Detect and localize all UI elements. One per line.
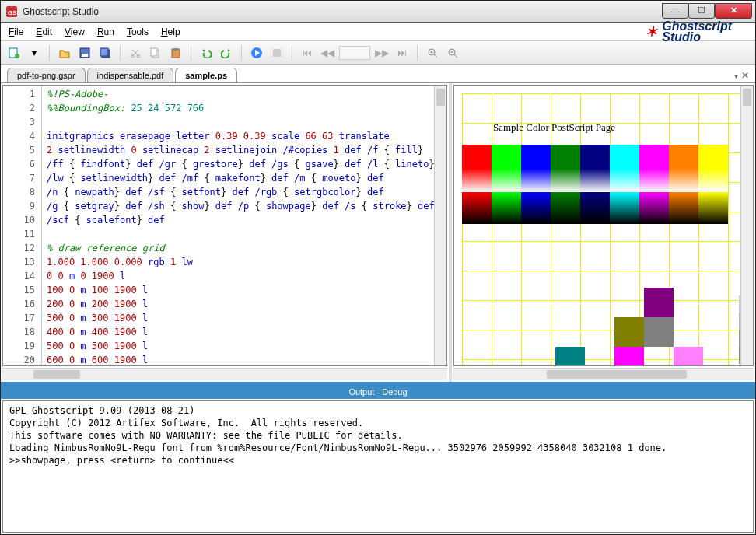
preview-hscroll[interactable] xyxy=(453,368,754,380)
maximize-button[interactable]: ☐ xyxy=(688,3,715,19)
menu-file[interactable]: File xyxy=(9,26,23,37)
output-header[interactable]: Output - Debug xyxy=(1,385,755,399)
zoom-out-button[interactable] xyxy=(444,44,461,61)
redo-button[interactable] xyxy=(218,44,235,61)
svg-rect-7 xyxy=(100,48,108,56)
first-button[interactable]: ⏮ xyxy=(299,44,316,61)
window-title: Ghostscript Studio xyxy=(23,6,662,17)
editor-hscroll[interactable] xyxy=(2,368,447,380)
output-console[interactable]: GPL Ghostscript 9.09 (2013-08-21) Copyri… xyxy=(2,400,754,533)
svg-line-17 xyxy=(434,54,437,58)
menubar: File Edit View Run Tools Help ✶ Ghostscr… xyxy=(1,23,755,41)
prev-button[interactable]: ◀◀ xyxy=(319,44,336,61)
reference-grid xyxy=(462,93,754,366)
close-tab-button[interactable]: ✕ xyxy=(741,70,749,81)
app-window: GS Ghostscript Studio — ☐ ✕ File Edit Vi… xyxy=(0,0,756,535)
open-button[interactable] xyxy=(56,44,73,61)
tab-indispensable[interactable]: indispensable.pdf xyxy=(87,68,174,82)
save-button[interactable] xyxy=(76,44,93,61)
svg-rect-15 xyxy=(273,49,281,57)
save-all-button[interactable] xyxy=(96,44,114,61)
preview-vscroll[interactable] xyxy=(740,86,753,365)
menu-view[interactable]: View xyxy=(65,26,85,37)
brand-mark-icon: ✶ xyxy=(646,23,657,40)
svg-point-3 xyxy=(15,54,19,58)
tab-list-dropdown[interactable]: ▾ xyxy=(734,72,738,80)
svg-rect-5 xyxy=(82,54,88,57)
tab-sample[interactable]: sample.ps xyxy=(175,68,237,82)
close-button[interactable]: ✕ xyxy=(715,3,752,19)
page-input[interactable] xyxy=(339,46,370,60)
code-editor-pane: 1234567891011121314151617181920 %!PS-Ado… xyxy=(1,83,452,382)
brand-logo: ✶ GhostscriptStudio xyxy=(646,21,747,43)
menu-tools[interactable]: Tools xyxy=(127,26,149,37)
run-button[interactable] xyxy=(248,44,265,61)
paste-button[interactable] xyxy=(167,44,184,61)
copy-button[interactable] xyxy=(147,44,164,61)
preview-title: Sample Color PostScript Page xyxy=(493,121,615,134)
code-source[interactable]: %!PS-Adobe- %%BoundingBox: 25 24 572 766… xyxy=(42,86,434,365)
cut-button[interactable] xyxy=(127,44,144,61)
titlebar[interactable]: GS Ghostscript Studio — ☐ ✕ xyxy=(1,1,755,23)
last-button[interactable]: ⏭ xyxy=(394,44,411,61)
svg-text:GS: GS xyxy=(8,9,17,16)
tab-bar: pdf-to-png.gspr indispensable.pdf sample… xyxy=(1,65,755,83)
preview-canvas[interactable]: Sample Color PostScript Page xyxy=(453,85,754,366)
menu-edit[interactable]: Edit xyxy=(36,26,52,37)
stop-button[interactable] xyxy=(268,44,285,61)
new-dropdown[interactable]: ▾ xyxy=(26,44,43,61)
editor-vscroll[interactable] xyxy=(434,86,446,365)
svg-rect-11 xyxy=(151,48,157,56)
zoom-in-button[interactable] xyxy=(424,44,441,61)
svg-rect-13 xyxy=(173,48,178,51)
color-stripes xyxy=(462,145,728,224)
code-editor[interactable]: 1234567891011121314151617181920 %!PS-Ado… xyxy=(2,85,447,366)
undo-button[interactable] xyxy=(198,44,215,61)
menu-help[interactable]: Help xyxy=(161,26,180,37)
minimize-button[interactable]: — xyxy=(662,3,688,19)
svg-line-21 xyxy=(454,54,457,58)
line-gutter: 1234567891011121314151617181920 xyxy=(3,86,42,365)
preview-pane: Sample Color PostScript Page xyxy=(452,83,755,382)
toolbar: ▾ ⏮ ◀◀ ▶▶ ⏭ xyxy=(1,41,755,65)
menu-run[interactable]: Run xyxy=(97,26,114,37)
main-area: 1234567891011121314151617181920 %!PS-Ado… xyxy=(1,83,755,385)
app-icon: GS xyxy=(5,5,18,18)
tab-pdf-to-png[interactable]: pdf-to-png.gspr xyxy=(7,68,86,82)
new-button[interactable] xyxy=(5,44,23,61)
next-button[interactable]: ▶▶ xyxy=(373,44,390,61)
